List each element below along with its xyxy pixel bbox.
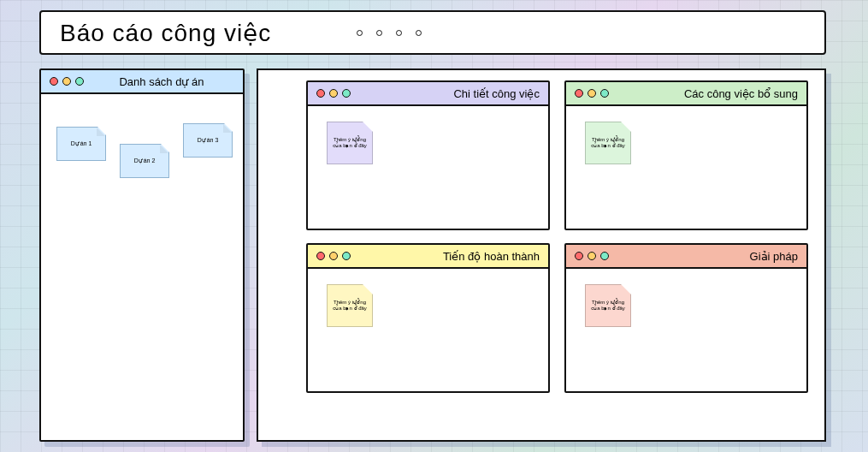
- minimize-icon[interactable]: [329, 89, 338, 98]
- additional-work-body[interactable]: Thêm ý tưởng của bạn ở đây: [566, 106, 806, 229]
- project-card-3[interactable]: Dự án 3: [183, 123, 233, 158]
- solution-window: Giải pháp Thêm ý tưởng của bạn ở đây: [564, 243, 808, 393]
- title-bar: Báo cáo công việc: [39, 10, 826, 55]
- progress-header: Tiến độ hoàn thành: [308, 245, 548, 269]
- close-icon[interactable]: [50, 77, 58, 86]
- detail-body[interactable]: Thêm ý tưởng của bạn ở đây: [308, 106, 548, 229]
- project-list-header: Danh sách dự án: [41, 70, 243, 94]
- traffic-lights: [316, 89, 351, 98]
- project-list-window: Danh sách dự án Dự án 1 Dự án 2 Dự án 3: [39, 68, 245, 442]
- project-list-title: Danh sách dự án: [89, 75, 234, 88]
- page-title: Báo cáo công việc: [60, 19, 271, 47]
- additional-work-window: Các công việc bổ sung Thêm ý tưởng của b…: [564, 80, 808, 230]
- minimize-icon[interactable]: [588, 252, 596, 260]
- close-icon[interactable]: [316, 252, 325, 260]
- project-card-1[interactable]: Dự án 1: [56, 127, 106, 161]
- maximize-icon[interactable]: [600, 89, 609, 98]
- additional-work-header: Các công việc bổ sung: [566, 82, 806, 106]
- progress-body[interactable]: Thêm ý tưởng của bạn ở đây: [308, 269, 548, 391]
- close-icon[interactable]: [575, 89, 583, 98]
- additional-work-title: Các công việc bổ sung: [614, 87, 798, 100]
- traffic-lights: [316, 252, 351, 260]
- solution-title: Giải pháp: [614, 250, 798, 263]
- traffic-lights: [575, 252, 609, 260]
- project-card-2[interactable]: Dự án 2: [120, 144, 169, 178]
- sticky-note[interactable]: Thêm ý tưởng của bạn ở đây: [585, 284, 631, 327]
- traffic-lights: [575, 89, 609, 98]
- close-icon[interactable]: [316, 89, 325, 98]
- minimize-icon[interactable]: [588, 89, 596, 98]
- solution-header: Giải pháp: [566, 245, 806, 269]
- solution-body[interactable]: Thêm ý tưởng của bạn ở đây: [566, 269, 806, 391]
- maximize-icon[interactable]: [342, 89, 351, 98]
- detail-header: Chi tiết công việc: [308, 82, 548, 106]
- project-list-body[interactable]: Dự án 1 Dự án 2 Dự án 3: [41, 94, 243, 440]
- decorative-dots: [357, 30, 422, 36]
- maximize-icon[interactable]: [75, 77, 84, 86]
- sticky-note[interactable]: Thêm ý tưởng của bạn ở đây: [327, 122, 373, 164]
- detail-title: Chi tiết công việc: [356, 87, 540, 100]
- progress-title: Tiến độ hoàn thành: [356, 250, 540, 263]
- maximize-icon[interactable]: [600, 252, 609, 260]
- traffic-lights: [50, 77, 84, 86]
- minimize-icon[interactable]: [62, 77, 71, 86]
- minimize-icon[interactable]: [329, 252, 338, 260]
- detail-window: Chi tiết công việc Thêm ý tưởng của bạn …: [306, 80, 550, 230]
- close-icon[interactable]: [575, 252, 583, 260]
- sticky-note[interactable]: Thêm ý tưởng của bạn ở đây: [327, 284, 373, 327]
- sticky-note[interactable]: Thêm ý tưởng của bạn ở đây: [585, 122, 631, 164]
- maximize-icon[interactable]: [342, 252, 351, 260]
- progress-window: Tiến độ hoàn thành Thêm ý tưởng của bạn …: [306, 243, 550, 393]
